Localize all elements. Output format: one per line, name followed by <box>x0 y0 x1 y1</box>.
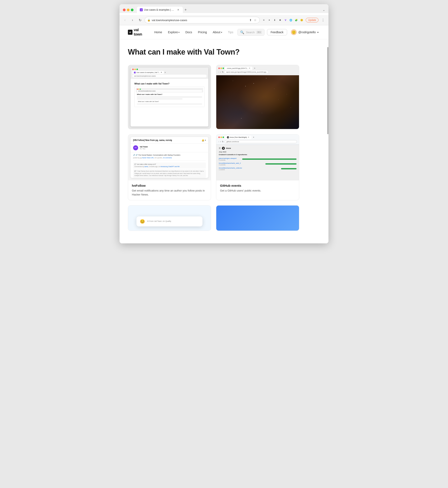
ext-v[interactable]: V <box>283 18 288 22</box>
maximize-button[interactable] <box>131 8 134 11</box>
site-nav: vt val town Home Explore ▾ Docs Pricing … <box>120 25 328 39</box>
github-month: July 2023 <box>219 151 296 153</box>
card-desc-github: Get a GitHub users' public events. <box>220 189 295 193</box>
search-icon: 🔍 <box>240 30 244 34</box>
email-sender: Val Town <box>140 146 148 148</box>
card-preview-nasa: corona_aus1024.jpg (1024×71... ✕ + ‹ › ↻… <box>216 65 299 129</box>
tab-favicon: vt <box>140 8 143 11</box>
github-repo-item: tmcw/bikesharecharts_web_2 2 commits <box>219 162 296 166</box>
card-hnfollow[interactable]: [HN Follow] New from pg, sama, norvig 🔔 … <box>128 134 211 200</box>
scrollbar[interactable] <box>327 47 328 134</box>
card-preview-notification: 😊 ✉ From Val Town: Air Quality <box>128 205 211 231</box>
address-bar[interactable]: 🔒 ⬆ ☆ <box>144 17 260 24</box>
github-repo-item: tmcw/bikesharecharts_collector 1 commit <box>219 166 296 171</box>
email-to: To: You <box>140 148 148 150</box>
nav-tips: Tips <box>225 29 236 35</box>
back-button[interactable]: ‹ <box>122 17 128 23</box>
card-recursive[interactable]: vt Use cases & examples | Val T... ✕ + v… <box>128 65 211 129</box>
ext-puzzle[interactable]: ✳ <box>261 18 266 22</box>
card-preview-github: ◉ tmcw (Tom MacWright) ✕ + ‹ › ↻ <box>216 134 299 180</box>
search-shortcut: ⌘K <box>256 31 262 34</box>
ext-globe[interactable]: 🌐 <box>288 18 293 22</box>
card-preview-hnfollow: [HN Follow] New from pg, sama, norvig 🔔 … <box>128 134 211 180</box>
forward-button[interactable]: › <box>129 17 136 23</box>
github-octocat-icon: ◉ <box>222 147 225 150</box>
card-placeholder[interactable] <box>216 205 299 231</box>
share-button[interactable]: ⬆ <box>249 18 252 22</box>
card-title-hnfollow: hnFollow <box>132 184 207 187</box>
card-nasa[interactable]: corona_aus1024.jpg (1024×71... ✕ + ‹ › ↻… <box>216 65 299 129</box>
github-repos-list: placemark/geo-viewport 5 commits tmcw/bi… <box>219 157 296 171</box>
close-button[interactable] <box>123 8 126 11</box>
card-preview-recursive: vt Use cases & examples | Val T... ✕ + v… <box>128 65 211 129</box>
examples-grid: vt Use cases & examples | Val T... ✕ + v… <box>128 65 299 231</box>
browser-toolbar: ‹ › ↻ 🔒 ⬆ ☆ ✳ ✦ ⬇ ✺ V 🌐 🧩 🙂 Update ⋮ <box>120 15 328 25</box>
ext-puzzle2[interactable]: 🧩 <box>294 18 299 22</box>
email-subject: [HN Follow] New from pg, sama, norvig <box>133 139 172 141</box>
ext-spark[interactable]: ✺ <box>278 18 282 22</box>
ext-download[interactable]: ⬇ <box>272 18 277 22</box>
address-actions: ⬆ ☆ <box>249 18 257 22</box>
tabs-row: vt Use cases & examples | Val To... ✕ + <box>137 7 321 13</box>
chevron-down-icon: ▾ <box>178 31 179 33</box>
url-input[interactable] <box>152 19 248 22</box>
tab-close-button[interactable]: ✕ <box>176 8 180 11</box>
notif-emoji: 😊 <box>140 219 145 224</box>
main-content: What can I make with Val Town? <box>120 39 308 243</box>
notif-from: ✉ From Val Town: Air Quality <box>147 220 199 222</box>
reload-button[interactable]: ↻ <box>137 17 143 23</box>
bookmark-button[interactable]: ☆ <box>254 18 257 22</box>
chevron-down-icon-about: ▾ <box>221 31 222 33</box>
lock-icon: 🔒 <box>147 19 151 22</box>
card-text-hnfollow: hnFollow Get email notifications any tim… <box>128 180 211 200</box>
nav-explore[interactable]: Explore ▾ <box>166 29 182 35</box>
window-collapse[interactable]: ⌄ <box>323 8 325 11</box>
github-commits-header: Created 8 commits in 3 repositories <box>219 154 296 155</box>
ext-key[interactable]: ✦ <box>267 18 272 22</box>
ext-smiley[interactable]: 🙂 <box>299 18 304 22</box>
minimize-button[interactable] <box>127 8 129 11</box>
tab-title: Use cases & examples | Val To... <box>144 8 175 11</box>
github-tab-title: tmcw (Tom MacWright) <box>230 136 247 138</box>
new-tab-button[interactable]: + <box>183 7 188 13</box>
nav-docs[interactable]: Docs <box>183 29 194 35</box>
page-title: What can I make with Val Town? <box>128 48 299 57</box>
extensions-area: ✳ ✦ ⬇ ✺ V 🌐 🧩 🙂 <box>261 18 304 22</box>
nasa-space-image <box>216 75 299 129</box>
user-menu[interactable]: 🙂 @rodrigotello ▾ <box>289 28 320 36</box>
github-repo-item: placemark/geo-viewport 5 commits <box>219 157 296 162</box>
browser-window: vt Use cases & examples | Val To... ✕ + … <box>120 4 328 243</box>
nav-pricing[interactable]: Pricing <box>195 29 209 35</box>
github-url: github.com/tmcw <box>225 140 297 143</box>
search-placeholder: Search <box>246 31 255 34</box>
bell-icon: 🔔 ▾ <box>202 139 206 141</box>
card-text-recursive: What can I make in Val Town? The data fo… <box>128 129 211 129</box>
notification-bubble: 😊 ✉ From Val Town: Air Quality <box>136 216 203 227</box>
logo-icon: vt <box>128 30 132 35</box>
username: @rodrigotello <box>298 31 316 34</box>
card-github[interactable]: ◉ tmcw (Tom MacWright) ✕ + ‹ › ↻ <box>216 134 299 200</box>
more-button[interactable]: ⋮ <box>320 17 326 23</box>
email-avatar: VT <box>133 145 138 150</box>
nav-home[interactable]: Home <box>152 29 164 35</box>
nav-about[interactable]: About ▾ <box>210 29 225 35</box>
hamburger-icon: ☰ <box>219 147 221 149</box>
card-notification[interactable]: 😊 ✉ From Val Town: Air Quality <box>128 205 211 231</box>
site-logo[interactable]: vt val town <box>128 28 147 37</box>
logo-text: val town <box>134 28 147 37</box>
card-title-github: GitHub events <box>220 184 295 187</box>
nav-items: Home Explore ▾ Docs Pricing About ▾ Tips <box>152 29 236 35</box>
card-text-github: GitHub events Get a GitHub users' public… <box>216 180 299 196</box>
browser-titlebar: vt Use cases & examples | Val To... ✕ + … <box>123 7 325 13</box>
active-tab[interactable]: vt Use cases & examples | Val To... ✕ <box>137 7 183 13</box>
chevron-down-icon-user: ▾ <box>317 31 319 33</box>
user-avatar: 🙂 <box>291 29 297 35</box>
search-box[interactable]: 🔍 Search ⌘K <box>237 29 264 36</box>
hn-item-title: 🔗 The Social Radars: Conversations with … <box>136 154 180 156</box>
feedback-button[interactable]: Feedback <box>267 29 287 35</box>
browser-chrome: vt Use cases & examples | Val To... ✕ + … <box>120 4 328 13</box>
traffic-lights <box>123 8 134 11</box>
card-desc-hnfollow: Get email notifications any time an auth… <box>132 189 207 197</box>
page-content: vt val town Home Explore ▾ Docs Pricing … <box>120 25 328 243</box>
update-button[interactable]: Update <box>306 18 319 22</box>
